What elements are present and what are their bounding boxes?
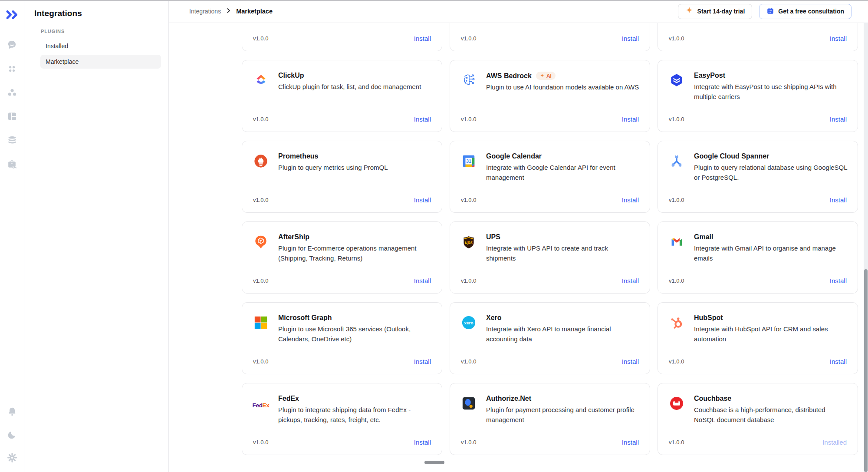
install-link[interactable]: Install	[622, 439, 639, 446]
aftership-icon	[253, 234, 269, 250]
install-link[interactable]: Install	[622, 196, 639, 204]
plugin-card: EasyPostIntegrate with EasyPost to use s…	[658, 60, 858, 132]
plugin-description: Plugin for E-commerce operations managem…	[278, 243, 431, 263]
plugin-version: v1.0.0	[461, 197, 476, 203]
icon-rail	[0, 0, 24, 472]
start-trial-button[interactable]: Start 14-day trial	[678, 4, 753, 19]
install-link[interactable]: Install	[414, 439, 431, 446]
plugin-card: AWS BedrockAIPlugin to use AI foundation…	[450, 60, 650, 132]
plugin-version: v1.0.0	[669, 35, 684, 42]
install-link[interactable]: Install	[414, 116, 431, 123]
plugin-description: Integrate with UPS API to create and tra…	[486, 243, 639, 263]
plugin-card: ClickUpClickUp plugin for task, list, an…	[242, 60, 442, 132]
plugin-description: Couchbase is a high-performance, distrib…	[694, 405, 847, 425]
breadcrumb-chevron-icon	[226, 8, 231, 15]
plugin-card-footer: v1.0.0Install	[253, 277, 431, 284]
plugin-version: v1.0.0	[461, 116, 476, 122]
sidebar-section-plugins: PLUGINS	[41, 29, 168, 34]
rail-bottom-group	[6, 406, 18, 466]
breadcrumb: Integrations Marketplace	[189, 8, 273, 15]
marketplace-content: v1.0.0Installv1.0.0Installv1.0.0InstallC…	[169, 23, 864, 472]
install-link[interactable]: Install	[830, 277, 847, 284]
install-link[interactable]: Install	[414, 35, 431, 42]
plugin-version: v1.0.0	[253, 439, 268, 446]
breadcrumb-marketplace: Marketplace	[236, 8, 273, 15]
plugin-card: Microsoft GraphPlugin to use Microsoft 3…	[242, 302, 442, 374]
plugin-card: CouchbaseCouchbase is a high-performance…	[658, 383, 858, 455]
install-link[interactable]: Install	[414, 358, 431, 365]
gear-icon[interactable]	[6, 452, 18, 463]
couchbase-icon	[669, 396, 684, 412]
install-link[interactable]: Install	[414, 196, 431, 204]
layout-icon[interactable]	[6, 111, 18, 122]
install-link[interactable]: Install	[622, 35, 639, 42]
plugin-card: Authorize.NetPlugin for payment processi…	[450, 383, 650, 455]
moon-icon[interactable]	[6, 429, 18, 440]
install-link[interactable]: Install	[830, 196, 847, 204]
install-link[interactable]: Install	[830, 35, 847, 42]
plugin-version: v1.0.0	[253, 358, 268, 365]
plugin-card-footer: v1.0.0Install	[461, 116, 639, 123]
vertical-scrollbar	[864, 23, 868, 472]
plugin-description: Integrate with Xero API to manage financ…	[486, 324, 639, 344]
plugin-card-footer: v1.0.0Install	[253, 116, 431, 123]
install-link[interactable]: Install	[622, 277, 639, 284]
plugin-card-footer: v1.0.0Install	[253, 358, 431, 365]
plugin-card: upsUPSIntegrate with UPS API to create a…	[450, 221, 650, 294]
plugin-version: v1.0.0	[669, 358, 684, 365]
plugin-version: v1.0.0	[669, 197, 684, 203]
plugin-name: Google Cloud Spanner	[694, 152, 769, 160]
plugin-description: Plugin to integrate shipping data from F…	[278, 405, 431, 425]
svg-text:xero: xero	[464, 320, 473, 325]
plugin-description: Plugin to use Microsoft 365 services (Ou…	[278, 324, 431, 344]
toolbox-icon[interactable]	[6, 158, 18, 170]
sparkle-icon	[685, 7, 694, 16]
plugin-card-partial: v1.0.0Install	[450, 23, 650, 51]
vertical-scrollbar-thumb[interactable]	[864, 269, 868, 472]
plugin-name: Prometheus	[278, 152, 318, 160]
install-link[interactable]: Install	[414, 277, 431, 284]
plugin-name: Gmail	[694, 233, 713, 241]
horizontal-scrollbar-thumb[interactable]	[424, 461, 444, 464]
install-link[interactable]: Install	[830, 358, 847, 365]
install-link[interactable]: Install	[830, 116, 847, 123]
plugin-card-footer: v1.0.0Install	[669, 358, 847, 365]
prometheus-icon	[253, 154, 269, 169]
plugin-card-footer: v1.0.0Install	[669, 277, 847, 284]
clickup-icon	[253, 73, 269, 89]
install-link[interactable]: Install	[622, 358, 639, 365]
app-logo[interactable]	[6, 10, 19, 20]
rail-nav-group	[6, 39, 18, 182]
plugin-card: 31Google CalendarIntegrate with Google C…	[450, 141, 650, 213]
assistant-icon[interactable]	[6, 39, 18, 50]
plugin-description: Integrate with EasyPost to use shipping …	[694, 82, 847, 102]
sidebar-item-installed[interactable]: Installed	[40, 39, 161, 53]
install-link[interactable]: Install	[622, 116, 639, 123]
plugin-card-footer: v1.0.0Install	[461, 358, 639, 365]
plugin-description: Integrate with Gmail API to organise and…	[694, 243, 847, 263]
plugin-version: v1.0.0	[669, 439, 684, 446]
plugin-version: v1.0.0	[461, 277, 476, 284]
users-icon[interactable]	[6, 87, 18, 98]
breadcrumb-integrations[interactable]: Integrations	[189, 8, 221, 15]
plugin-name: AfterShip	[278, 233, 309, 241]
bell-icon[interactable]	[6, 406, 18, 417]
plugin-card-footer: v1.0.0Install	[461, 35, 639, 42]
free-consultation-button[interactable]: Get a free consultation	[759, 4, 852, 19]
xero-icon: xero	[461, 315, 477, 331]
sidebar-nav: InstalledMarketplace	[40, 39, 161, 69]
plugin-version: v1.0.0	[253, 116, 268, 122]
plugin-card-partial: v1.0.0Install	[658, 23, 858, 51]
database-icon[interactable]	[6, 135, 18, 146]
topbar: Integrations Marketplace Start 14-day tr…	[169, 0, 868, 23]
plugin-card-footer: v1.0.0Install	[253, 35, 431, 42]
plugin-card: HubSpotIntegrate with HubSpot API for CR…	[658, 302, 858, 374]
plugin-version: v1.0.0	[461, 35, 476, 42]
ups-icon: ups	[461, 234, 477, 250]
sidebar-item-marketplace[interactable]: Marketplace	[40, 55, 161, 69]
google-calendar-icon: 31	[461, 154, 477, 169]
plugin-version: v1.0.0	[253, 277, 268, 284]
apps-icon[interactable]	[6, 63, 18, 74]
hubspot-icon	[669, 315, 684, 331]
plugin-card: FedExFedExPlugin to integrate shipping d…	[242, 383, 442, 455]
